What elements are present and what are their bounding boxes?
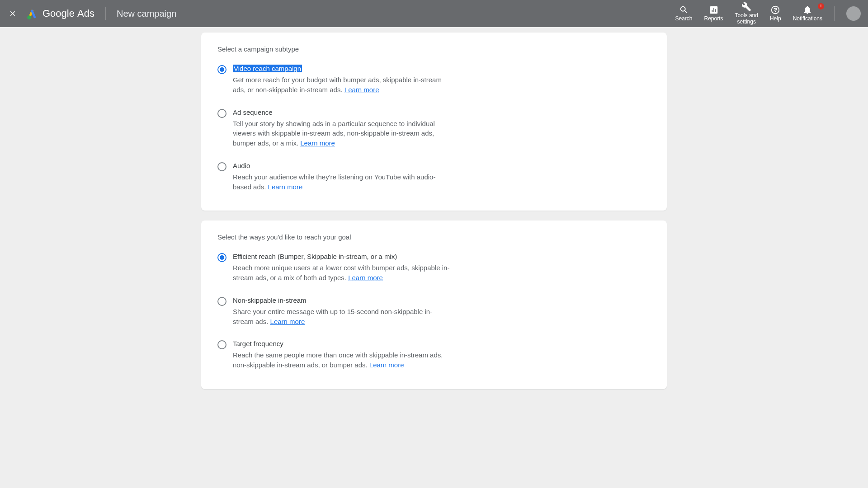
nav-label: Reports [704, 16, 723, 22]
option-desc: Tell your story by showing ads in a part… [233, 119, 450, 148]
learn-more-link[interactable]: Learn more [300, 139, 335, 147]
nav-help[interactable]: Help [770, 5, 781, 22]
option-video-reach[interactable]: Video reach campaign Get more reach for … [217, 65, 651, 95]
divider [105, 7, 106, 20]
campaign-subtype-card: Select a campaign subtype Video reach ca… [201, 33, 667, 211]
radio-audio[interactable] [217, 162, 226, 171]
option-audio[interactable]: Audio Reach your audience while they're … [217, 162, 651, 192]
option-title: Non-skippable in-stream [233, 296, 307, 304]
search-icon [679, 5, 689, 15]
learn-more-link[interactable]: Learn more [344, 86, 379, 94]
option-non-skippable[interactable]: Non-skippable in-stream Share your entir… [217, 296, 651, 327]
learn-more-link[interactable]: Learn more [369, 361, 404, 369]
radio-target-frequency[interactable] [217, 340, 226, 349]
option-title: Audio [233, 162, 250, 169]
main-scroll[interactable]: Select a campaign subtype Video reach ca… [0, 27, 868, 488]
google-ads-logo-icon [26, 8, 38, 19]
bell-icon [802, 5, 812, 15]
option-desc: Get more reach for your budget with bump… [233, 75, 450, 95]
nav-label: Notifications [793, 16, 822, 22]
nav-label: Tools and settings [735, 13, 758, 25]
option-title: Video reach campaign [233, 65, 302, 72]
option-efficient-reach[interactable]: Efficient reach (Bumper, Skippable in-st… [217, 253, 651, 283]
option-title: Target frequency [233, 340, 283, 347]
account-avatar[interactable] [846, 6, 861, 21]
app-header: Google Ads New campaign Search Reports T… [0, 0, 868, 27]
svg-point-0 [27, 15, 31, 19]
learn-more-link[interactable]: Learn more [270, 318, 305, 325]
radio-efficient-reach[interactable] [217, 253, 226, 262]
header-right: Search Reports Tools and settings Help !… [675, 2, 861, 25]
header-left: Google Ads New campaign [7, 7, 176, 20]
option-ad-sequence[interactable]: Ad sequence Tell your story by showing a… [217, 108, 651, 148]
option-target-frequency[interactable]: Target frequency Reach the same people m… [217, 340, 651, 370]
reach-goal-card: Select the ways you'd like to reach your… [201, 221, 667, 389]
divider [834, 6, 835, 21]
page-title: New campaign [117, 9, 176, 19]
reports-icon [709, 5, 719, 15]
option-desc: Reach your audience while they're listen… [233, 172, 450, 192]
learn-more-link[interactable]: Learn more [268, 183, 303, 191]
nav-notifications[interactable]: ! Notifications [793, 5, 822, 22]
radio-ad-sequence[interactable] [217, 109, 226, 118]
option-desc: Reach the same people more than once wit… [233, 350, 450, 370]
card-title: Select a campaign subtype [217, 45, 651, 53]
nav-reports[interactable]: Reports [704, 5, 723, 22]
nav-search[interactable]: Search [675, 5, 693, 22]
help-icon [770, 5, 780, 15]
radio-non-skippable[interactable] [217, 297, 226, 306]
card-title: Select the ways you'd like to reach your… [217, 233, 651, 241]
nav-label: Search [675, 16, 693, 22]
option-desc: Share your entire message with up to 15-… [233, 307, 450, 327]
option-desc: Reach more unique users at a lower cost … [233, 263, 450, 283]
close-button[interactable] [7, 8, 18, 19]
radio-video-reach[interactable] [217, 65, 226, 74]
option-title: Ad sequence [233, 108, 273, 116]
notification-badge: ! [818, 3, 824, 9]
close-icon [9, 9, 17, 18]
learn-more-link[interactable]: Learn more [348, 274, 383, 282]
option-title: Efficient reach (Bumper, Skippable in-st… [233, 253, 397, 260]
logo[interactable]: Google Ads [26, 8, 94, 19]
wrench-icon [741, 2, 751, 12]
nav-label: Help [770, 16, 781, 22]
logo-text: Google Ads [42, 8, 94, 19]
nav-tools[interactable]: Tools and settings [735, 2, 758, 25]
